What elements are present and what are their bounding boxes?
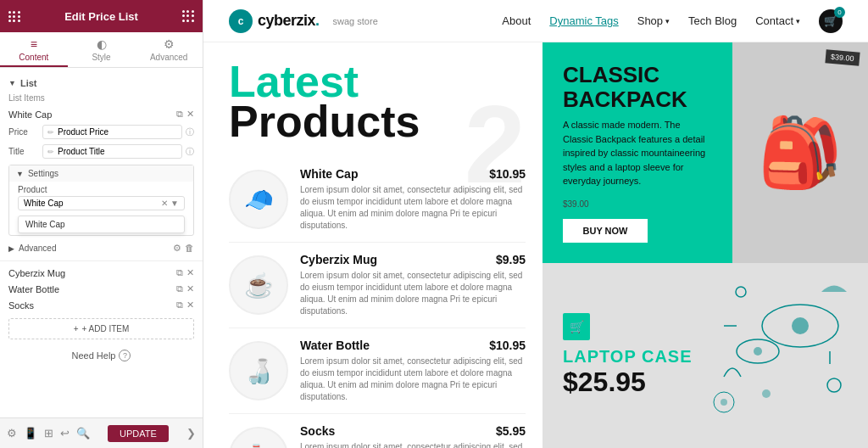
price-field-icon: ✏ bbox=[47, 128, 54, 137]
water-bottle-info: Water Bottle $10.95 Lorem ipsum dolor si… bbox=[300, 339, 526, 403]
advanced-row[interactable]: ▶ Advanced ⚙ 🗑 bbox=[0, 239, 203, 257]
tab-content[interactable]: ≡ Content bbox=[0, 32, 68, 67]
laptop-shapes-decoration bbox=[682, 263, 868, 448]
nav-tech-blog[interactable]: Tech Blog bbox=[688, 14, 737, 27]
socks-name-price: Socks $5.95 bbox=[300, 424, 526, 438]
laptop-case-price: $25.95 bbox=[563, 367, 693, 398]
socks-delete-icon[interactable]: ✕ bbox=[186, 300, 194, 311]
laptop-shapes-svg bbox=[690, 263, 860, 448]
product-list-area: 2 Latest Products 🧢 White Cap $10.95 Lor… bbox=[203, 42, 542, 448]
help-icon[interactable]: ? bbox=[119, 350, 131, 361]
settings-arrow-icon: ▼ bbox=[16, 170, 24, 178]
delete-icon[interactable]: ✕ bbox=[186, 109, 194, 120]
white-cap-info: White Cap $10.95 Lorem ipsum dolor sit a… bbox=[300, 167, 526, 232]
footer-icons: ⚙ 📱 ⊞ ↩ 🔍 bbox=[7, 427, 90, 440]
product-entry-mug: ☕ Cyberzix Mug $9.95 Lorem ipsum dolor s… bbox=[229, 243, 526, 328]
mug-delete-icon[interactable]: ✕ bbox=[186, 267, 194, 278]
title-value-input[interactable] bbox=[58, 147, 177, 156]
nav-contact[interactable]: Contact ▾ bbox=[755, 14, 800, 27]
mug-actions: ⧉ ✕ bbox=[176, 267, 194, 278]
bottle-duplicate-icon[interactable]: ⧉ bbox=[176, 283, 183, 294]
advanced-actions: ⚙ 🗑 bbox=[173, 243, 194, 254]
buy-now-button[interactable]: BUY NOW bbox=[563, 219, 648, 243]
product-select[interactable]: White Cap ✕ ▼ bbox=[18, 196, 185, 210]
product-entry-socks: 🧦 Socks $5.95 Lorem ipsum dolor sit amet… bbox=[229, 414, 526, 448]
shop-caret-icon: ▾ bbox=[665, 17, 670, 25]
list-items-label: List Items bbox=[0, 92, 203, 106]
mug-duplicate-icon[interactable]: ⧉ bbox=[176, 267, 183, 278]
water-bottle-name: Water Bottle bbox=[300, 339, 370, 352]
title-info-icon[interactable]: ⓘ bbox=[186, 146, 194, 158]
product-select-value: White Cap bbox=[24, 199, 64, 208]
price-field-row: Price ✏ ⓘ bbox=[0, 122, 203, 142]
tab-style-label: Style bbox=[92, 53, 110, 62]
footer-history-icon[interactable]: ↩ bbox=[60, 427, 70, 440]
list-section-label: List bbox=[20, 78, 37, 88]
right-side: CLASSICBACKPACK A classic made modern. T… bbox=[542, 42, 868, 448]
tab-content-label: Content bbox=[19, 53, 48, 62]
laptop-case-label: LAPTOP CASE bbox=[563, 347, 693, 367]
update-button[interactable]: UPDATE bbox=[108, 425, 169, 442]
add-item-label: + ADD ITEM bbox=[81, 324, 129, 333]
footer-responsive-icon[interactable]: 📱 bbox=[24, 427, 37, 440]
advanced-tab-icon: ⚙ bbox=[164, 37, 175, 51]
footer-settings-icon[interactable]: ⚙ bbox=[7, 427, 17, 440]
logo-name: cyberzix bbox=[258, 12, 315, 29]
bottle-actions: ⧉ ✕ bbox=[176, 283, 194, 294]
price-tag: $39.00 bbox=[826, 49, 860, 65]
grid-icon[interactable] bbox=[182, 10, 194, 22]
title-input[interactable]: ✏ bbox=[42, 144, 182, 159]
content-tab-icon: ≡ bbox=[31, 37, 37, 51]
panel-title: Edit Price List bbox=[64, 10, 138, 23]
footer-close-icon[interactable]: ❯ bbox=[186, 427, 196, 440]
advanced-delete-icon[interactable]: 🗑 bbox=[185, 243, 194, 254]
white-cap-name: White Cap bbox=[300, 167, 358, 181]
select-caret-icon[interactable]: ▼ bbox=[170, 199, 179, 208]
price-input[interactable]: ✏ bbox=[42, 125, 182, 139]
title-label: Title bbox=[8, 147, 42, 156]
settings-section: ▼ Settings Product White Cap ✕ ▼ White C… bbox=[8, 165, 194, 236]
advanced-arrow-icon: ▶ bbox=[8, 244, 14, 253]
swag-tag: swag store bbox=[333, 16, 378, 26]
need-help-row: Need Help ? bbox=[0, 344, 203, 367]
svg-point-6 bbox=[754, 347, 762, 356]
white-cap-shape: 🧢 bbox=[244, 186, 274, 214]
footer-search-icon[interactable]: 🔍 bbox=[76, 427, 90, 440]
nav-dynamic-tags[interactable]: Dynamic Tags bbox=[549, 14, 618, 27]
list-item-cyberzix-mug[interactable]: Cyberzix Mug ⧉ ✕ bbox=[0, 265, 203, 281]
cyberzix-mug-label: Cyberzix Mug bbox=[8, 268, 65, 278]
add-item-button[interactable]: + + ADD ITEM bbox=[8, 318, 194, 339]
settings-header[interactable]: ▼ Settings bbox=[9, 165, 193, 182]
water-bottle-image: 🍶 bbox=[229, 341, 288, 400]
hamburger-icon[interactable] bbox=[8, 11, 20, 22]
select-x-icon[interactable]: ✕ bbox=[161, 199, 168, 208]
left-editor-panel: Edit Price List ≡ Content ◐ Style ⚙ Adva… bbox=[0, 0, 203, 448]
bottle-delete-icon[interactable]: ✕ bbox=[186, 283, 194, 294]
footer-layout-icon[interactable]: ⊞ bbox=[44, 427, 53, 440]
backpack-name: CLASSICBACKPACK bbox=[563, 63, 712, 111]
panel-tabs: ≡ Content ◐ Style ⚙ Advanced bbox=[0, 32, 203, 68]
list-section-header[interactable]: ▼ List bbox=[0, 75, 203, 92]
list-item-water-bottle[interactable]: Water Bottle ⧉ ✕ bbox=[0, 281, 203, 297]
price-value-input[interactable] bbox=[58, 127, 177, 137]
cart-badge: 0 bbox=[834, 7, 845, 18]
main-content: c cyberzix. swag store About Dynamic Tag… bbox=[203, 0, 868, 448]
svg-point-10 bbox=[721, 399, 727, 406]
laptop-cart-icon[interactable]: 🛒 bbox=[563, 313, 590, 340]
page-area: 2 Latest Products 🧢 White Cap $10.95 Lor… bbox=[203, 42, 868, 448]
nav-links: About Dynamic Tags Shop ▾ Tech Blog Cont… bbox=[502, 9, 843, 33]
water-bottle-name-price: Water Bottle $10.95 bbox=[300, 339, 526, 352]
advanced-settings-icon[interactable]: ⚙ bbox=[173, 243, 181, 254]
cart-icon[interactable]: 🛒 0 bbox=[819, 9, 843, 33]
tab-style[interactable]: ◐ Style bbox=[68, 32, 136, 67]
nav-about[interactable]: About bbox=[502, 14, 531, 27]
panel-body: ▼ List List Items White Cap ⧉ ✕ Price ✏ … bbox=[0, 68, 203, 417]
nav-shop[interactable]: Shop ▾ bbox=[637, 14, 670, 27]
price-info-icon[interactable]: ⓘ bbox=[186, 126, 194, 138]
socks-duplicate-icon[interactable]: ⧉ bbox=[176, 300, 183, 311]
list-item-socks[interactable]: Socks ⧉ ✕ bbox=[0, 297, 203, 313]
backpack-info: CLASSICBACKPACK A classic made modern. T… bbox=[542, 42, 732, 263]
tab-advanced[interactable]: ⚙ Advanced bbox=[135, 32, 203, 67]
duplicate-icon[interactable]: ⧉ bbox=[176, 109, 183, 120]
list-item-white-cap[interactable]: White Cap ⧉ ✕ bbox=[0, 106, 203, 122]
